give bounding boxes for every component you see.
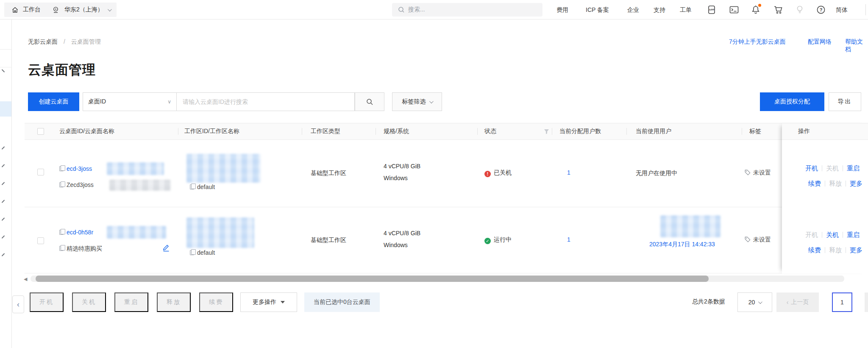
copy-icon[interactable]: [190, 250, 194, 255]
help-icon[interactable]: ?: [816, 5, 826, 14]
status-filter-icon[interactable]: [544, 129, 549, 134]
row-checkbox[interactable]: [37, 237, 44, 244]
assigned-user-count-link[interactable]: 1: [567, 169, 570, 176]
terminal-icon[interactable]: [729, 5, 739, 14]
spec-os: Windows: [384, 242, 408, 248]
current-user: 无用户在使用中: [636, 170, 677, 177]
batch-restart-button[interactable]: 重启: [114, 292, 148, 312]
search-field-select[interactable]: 桌面ID ∨: [83, 92, 177, 111]
edit-name-pencil-icon[interactable]: [162, 243, 170, 252]
op-power-off[interactable]: 关机: [826, 231, 839, 238]
workspace-type: 基础型工作区: [311, 170, 346, 177]
col-header-desktop-id: 云桌面ID/云桌面名称: [59, 128, 114, 135]
page-title: 云桌面管理: [28, 61, 96, 79]
desktop-id-link[interactable]: ecd-3joss: [67, 165, 92, 172]
spec-os: Windows: [384, 175, 408, 181]
operations-header-bg: [782, 123, 868, 140]
sidebar-divider: [0, 67, 11, 67]
nav-item-support[interactable]: 支持: [654, 0, 665, 19]
redacted-text: [109, 180, 171, 191]
col-header-operations: 操作: [798, 128, 810, 135]
op-more[interactable]: 更多: [850, 246, 862, 253]
search-button[interactable]: [355, 92, 384, 111]
copy-icon[interactable]: [59, 182, 64, 187]
copy-icon[interactable]: [59, 246, 64, 251]
batch-release-button[interactable]: 释放: [157, 292, 191, 312]
current-user-time: 2023年4月17日 14:42:33: [649, 241, 715, 248]
sidebar-chevron-icon[interactable]: [2, 235, 5, 239]
next-page-button[interactable]: [865, 292, 868, 312]
search-icon: [398, 6, 405, 13]
create-desktop-button[interactable]: 创建云桌面: [28, 92, 79, 111]
cart-icon[interactable]: [773, 5, 783, 14]
prev-page-button[interactable]: ‹ 上一页: [776, 292, 819, 312]
assigned-user-count-link[interactable]: 1: [567, 236, 570, 243]
breadcrumb-root[interactable]: 无影云桌面: [28, 38, 58, 45]
prev-page-label: 上一页: [791, 298, 809, 306]
col-header-current-user: 当前使用用户: [636, 128, 671, 135]
spec-cpu-mem: 4 vCPU/8 GiB: [384, 163, 420, 170]
global-search[interactable]: 搜索...: [392, 3, 542, 17]
batch-power-off-button[interactable]: 关机: [72, 292, 106, 312]
op-renew[interactable]: 续费: [808, 180, 821, 187]
redacted-text: [107, 226, 166, 239]
current-page-button[interactable]: 1: [832, 292, 852, 312]
op-release: 释放: [829, 246, 842, 253]
notification-bell-icon[interactable]: [751, 5, 760, 14]
caret-down-icon: [281, 301, 285, 303]
quick-link-tutorial[interactable]: 7分钟上手无影云桌面: [729, 38, 786, 46]
desktop-id-link[interactable]: ecd-0h58r: [67, 229, 93, 236]
more-actions-dropdown[interactable]: 更多操作: [240, 292, 297, 312]
op-restart[interactable]: 重启: [847, 164, 860, 172]
op-restart[interactable]: 重启: [847, 231, 860, 238]
horizontal-scrollbar-thumb[interactable]: [36, 276, 709, 282]
desktop-name: 精选特惠购买: [67, 245, 102, 252]
row-checkbox[interactable]: [37, 169, 44, 175]
op-power-on[interactable]: 开机: [805, 164, 818, 172]
sidebar-chevron-icon[interactable]: [2, 146, 5, 150]
chevron-up-icon[interactable]: [2, 69, 5, 72]
app-icon[interactable]: APP: [707, 5, 716, 14]
status-text: 运行中: [494, 236, 512, 243]
quick-link-network[interactable]: 配置网络: [808, 38, 832, 46]
workbench-button[interactable]: 工作台: [4, 3, 47, 17]
export-button[interactable]: 导出: [829, 92, 861, 111]
nav-item-icp[interactable]: ICP 备案: [586, 0, 609, 19]
desktop-id-search-input[interactable]: [177, 92, 355, 111]
quick-link-help-doc[interactable]: 帮助文档: [845, 38, 868, 53]
nav-item-billing[interactable]: 费用: [556, 0, 568, 19]
page-size-select[interactable]: 20: [737, 292, 772, 312]
lightbulb-icon[interactable]: [795, 5, 804, 14]
sidebar-chevron-icon[interactable]: [2, 164, 5, 167]
op-more[interactable]: 更多: [850, 180, 862, 187]
sidebar-item-selected[interactable]: [0, 101, 11, 117]
notification-badge-dot: [758, 4, 761, 7]
chevron-down-icon: [429, 99, 433, 103]
nav-item-tickets[interactable]: 工单: [680, 0, 692, 19]
sidebar-chevron-icon[interactable]: [2, 217, 5, 221]
region-selector[interactable]: 华东2（上海）: [45, 3, 117, 17]
col-header-workspace-id: 工作区ID/工作区名称: [184, 128, 239, 135]
sidebar-chevron-icon[interactable]: [2, 200, 5, 203]
batch-renew-button[interactable]: 续费: [199, 292, 233, 312]
redacted-text: [107, 162, 164, 175]
select-all-checkbox[interactable]: [37, 128, 44, 135]
sidebar-collapse-button[interactable]: ‹: [12, 295, 24, 313]
sidebar-chevron-icon[interactable]: [2, 253, 5, 256]
op-renew[interactable]: 续费: [808, 246, 821, 253]
breadcrumb-separator: /: [64, 38, 65, 45]
sidebar-chevron-icon[interactable]: [2, 182, 5, 185]
copy-icon[interactable]: [59, 230, 64, 235]
tag-filter-dropdown[interactable]: 标签筛选: [392, 92, 442, 111]
workspace-name: default: [197, 249, 215, 256]
copy-icon[interactable]: [190, 184, 194, 189]
copy-icon[interactable]: [59, 166, 64, 171]
tag-value: 未设置: [753, 236, 771, 243]
workspace-name: default: [197, 184, 215, 190]
nav-item-language[interactable]: 简体: [836, 0, 848, 19]
assign-desktop-button[interactable]: 桌面授权分配: [760, 92, 824, 111]
scrollbar-left-arrow[interactable]: ◀: [24, 276, 27, 282]
sidebar-strip: [0, 19, 12, 348]
nav-item-enterprise[interactable]: 企业: [627, 0, 639, 19]
batch-power-on-button[interactable]: 开机: [30, 292, 64, 312]
